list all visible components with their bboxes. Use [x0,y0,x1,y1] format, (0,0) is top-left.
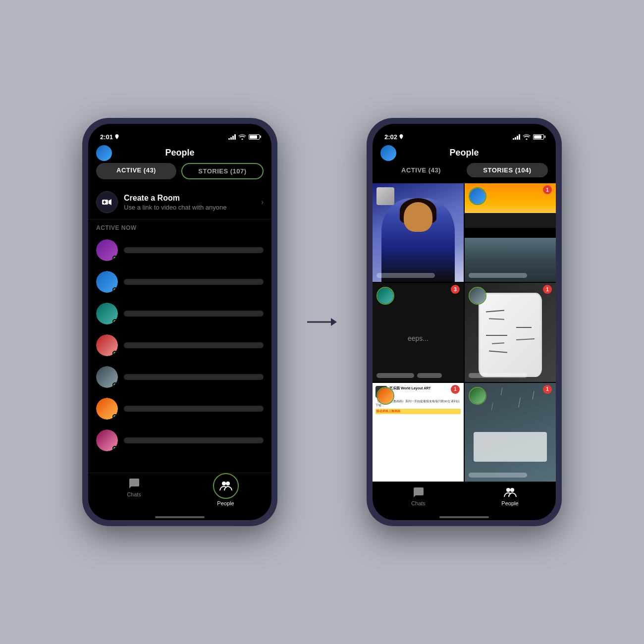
active-tab-2[interactable]: ACTIVE (43) [380,163,462,177]
stories-tab-2[interactable]: STORIES (104) [467,163,548,177]
online-indicator-5 [112,382,117,387]
user-avatar-2[interactable] [380,145,396,161]
story-name-6 [469,473,527,478]
online-indicator-1 [112,256,117,261]
contact-row-5[interactable] [88,361,271,393]
story-card-2[interactable]: 1 [465,183,556,282]
contact-name-2 [124,279,264,285]
svg-point-6 [226,482,230,485]
story-name-1 [376,273,435,278]
location-icon-1 [114,134,119,139]
user-avatar-1[interactable] [96,145,112,161]
news-title: 艺乐园 World Layout ART [389,386,431,390]
story-card-1[interactable] [373,183,464,282]
online-indicator-6 [112,414,117,419]
contact-row-2[interactable] [88,266,271,298]
bottom-nav-1: Chats People [88,473,271,516]
chats-nav-icon-2 [412,486,425,499]
contact-row-7[interactable] [88,425,271,456]
contact-avatar-4 [96,334,118,356]
people-nav-circle-1 [213,473,239,499]
svg-point-11 [510,488,514,492]
notch-1 [143,124,217,139]
story-card-6[interactable]: 1 [465,383,556,482]
story-card-5[interactable]: 艺乐园 World Layout ART 《陈老师线上教画画》系列一开始提最报名… [373,383,464,482]
signal-icon-2 [513,134,520,140]
story-card-4[interactable]: 1 [465,283,556,381]
story-overlay-4 [469,373,552,378]
story-name-3b [417,373,442,378]
status-icons-2 [513,134,544,140]
svg-point-9 [526,139,528,140]
story-name-2 [469,273,527,278]
contact-name-6 [124,406,264,412]
contact-name-3 [124,311,264,317]
contact-avatar-1 [96,239,118,261]
story-overlay-6 [469,473,552,478]
scroll-content-1: Create a Room Use a link to video chat w… [88,185,271,473]
home-indicator-1 [155,516,205,518]
story-badge-5: 1 [451,385,460,394]
people-nav-label-2: People [501,500,518,506]
svg-point-0 [242,139,243,140]
story-overlay-1 [376,273,460,278]
transition-arrow [307,315,337,329]
chats-nav-label-1: Chats [127,491,141,497]
svg-marker-2 [108,199,111,205]
contact-name-4 [124,342,264,348]
story-avatar-ring-2 [469,187,486,205]
nav-chats-2[interactable]: Chats [373,486,464,506]
phone-2-screen: 2:02 [373,124,556,520]
nav-people-2[interactable]: People [464,486,556,506]
chat-bubble-icon-1 [128,478,140,489]
time-label-1: 2:01 [100,133,113,141]
battery-icon-2 [533,134,544,140]
story-card-3[interactable]: 3 eeps... [373,283,464,381]
nav-chats-1[interactable]: Chats [88,477,180,506]
wifi-icon-2 [523,134,531,140]
avatar-bg-2 [380,145,396,161]
stories-tab-1[interactable]: STORIES (107) [181,163,264,179]
story-name-4 [469,373,527,378]
story-eeps-text: eeps... [408,334,429,342]
header-2: People [373,146,556,163]
header-1: People [88,146,271,163]
story-avatar-ring-6 [469,387,486,405]
status-time-1: 2:01 [100,133,119,141]
online-indicator-2 [112,287,117,292]
create-room-title: Create a Room [124,194,255,203]
active-tab-1[interactable]: ACTIVE (43) [96,163,176,179]
home-indicator-2 [439,516,489,518]
nav-people-1[interactable]: People [180,477,271,506]
contact-row-4[interactable] [88,329,271,361]
people-nav-label-1: People [217,500,234,506]
tab-row-1: ACTIVE (43) STORIES (107) [88,163,271,185]
people-nav-icon-2 [504,486,517,499]
contact-row-3[interactable] [88,298,271,329]
contact-avatar-6 [96,398,118,420]
create-room-icon [96,191,118,213]
signal-icon-1 [228,134,236,140]
phone-2: 2:02 [367,118,562,526]
chat-bubble-icon-2 [413,486,425,498]
online-indicator-3 [112,319,117,324]
create-room-subtitle: Use a link to video chat with anyone [124,204,255,211]
create-room-text: Create a Room Use a link to video chat w… [124,194,255,211]
story-overlay-3 [376,373,460,378]
avatar-bg-1 [96,145,112,161]
chats-nav-icon-1 [128,477,141,490]
contact-row-6[interactable] [88,393,271,425]
tab-row-2: ACTIVE (43) STORIES (104) [373,163,556,183]
story-name-3a [376,373,414,378]
create-room-row[interactable]: Create a Room Use a link to video chat w… [88,185,271,219]
page-title-2: People [449,148,479,158]
story-badge-2: 1 [543,185,552,194]
contact-avatar-7 [96,429,118,451]
location-icon-2 [399,134,404,139]
chats-nav-label-2: Chats [411,500,426,506]
contact-name-5 [124,374,264,380]
news-highlight: 陈老师线上教画画 [376,409,461,414]
story-avatar-ring-5 [376,387,394,405]
contact-name-1 [124,247,264,253]
contact-row-1[interactable] [88,234,271,266]
